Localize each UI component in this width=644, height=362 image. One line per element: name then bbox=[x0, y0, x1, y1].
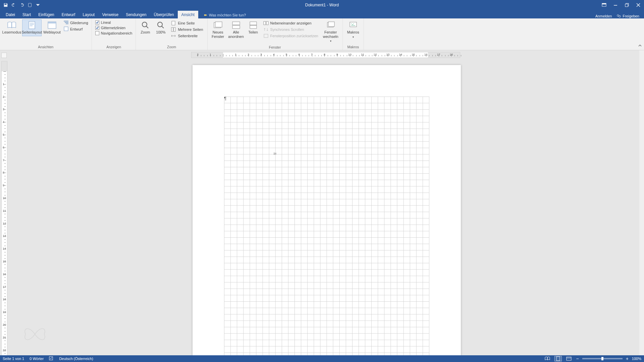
title-bar: Dokument1 - Word bbox=[0, 0, 644, 10]
magnifier-icon bbox=[140, 21, 151, 29]
web-layout-button[interactable]: Weblayout bbox=[42, 19, 62, 36]
group-macros: Makros▾ Makros bbox=[343, 18, 364, 50]
gridlines-checkbox[interactable]: Gitternetzlinien bbox=[95, 26, 132, 30]
svg-point-19 bbox=[142, 22, 147, 27]
svg-rect-14 bbox=[48, 22, 56, 23]
multi-page-button[interactable]: Mehrere Seiten bbox=[170, 27, 204, 32]
svg-point-6 bbox=[204, 14, 206, 16]
group-label-zoom: Zoom bbox=[138, 44, 205, 50]
tab-mailings[interactable]: Sendungen bbox=[122, 11, 150, 18]
new-window-button[interactable]: Neues Fenster bbox=[210, 19, 226, 40]
tab-file[interactable]: Datei bbox=[2, 11, 19, 18]
share-label: Freigeben bbox=[623, 14, 639, 18]
svg-point-8 bbox=[619, 15, 621, 17]
group-label-window: Fenster bbox=[210, 45, 340, 50]
vertical-scrollbar[interactable] bbox=[639, 50, 644, 355]
draft-button[interactable]: Entwurf bbox=[64, 26, 88, 32]
arrange-all-button[interactable]: Alle anordnen bbox=[227, 19, 245, 40]
redo-button[interactable] bbox=[18, 1, 25, 9]
tab-review[interactable]: Überprüfen bbox=[150, 11, 178, 18]
multi-page-icon bbox=[171, 27, 176, 32]
navigation-pane-checkbox[interactable]: Navigationsbereich bbox=[95, 31, 132, 35]
ribbon: Lesemodus Seitenlayout Weblayout Glieder… bbox=[0, 18, 644, 50]
share-button[interactable]: Freigeben bbox=[616, 14, 639, 18]
svg-rect-18 bbox=[64, 27, 68, 31]
tab-draw[interactable]: Entwurf bbox=[58, 11, 79, 18]
svg-rect-37 bbox=[556, 357, 560, 361]
macros-button[interactable]: Makros▾ bbox=[345, 19, 362, 40]
book-icon bbox=[6, 21, 17, 29]
qat-customize-button[interactable] bbox=[34, 1, 42, 9]
tab-start[interactable]: Start bbox=[19, 11, 35, 18]
zoom-button[interactable]: Zoom bbox=[138, 19, 153, 36]
undo-button[interactable] bbox=[10, 1, 17, 9]
ruler-corner[interactable] bbox=[1, 53, 7, 58]
tell-me-placeholder: Was möchten Sie tun? bbox=[209, 13, 246, 17]
page-width-button[interactable]: Seitenbreite bbox=[170, 33, 204, 39]
web-icon bbox=[47, 21, 57, 29]
watermark-icon bbox=[21, 322, 48, 346]
side-by-side-button[interactable]: Nebeneinander anzeigen bbox=[263, 20, 319, 26]
word-count[interactable]: 0 Wörter bbox=[30, 357, 44, 361]
outline-button[interactable]: Gliederung bbox=[64, 20, 88, 25]
zoom-100-button[interactable]: 100% bbox=[153, 19, 168, 36]
group-zoom: Zoom 100% Eine Seite Mehrere Seiten Seit… bbox=[136, 18, 207, 50]
svg-rect-31 bbox=[266, 21, 268, 25]
print-layout-view-button[interactable] bbox=[554, 356, 562, 361]
one-page-button[interactable]: Eine Seite bbox=[170, 20, 204, 26]
page-icon bbox=[26, 21, 37, 29]
svg-rect-27 bbox=[232, 25, 240, 28]
sync-scroll-button[interactable]: Synchrones Scrollen bbox=[263, 27, 319, 32]
minimize-button[interactable] bbox=[610, 0, 621, 10]
tab-view[interactable]: Ansicht bbox=[178, 11, 198, 18]
svg-rect-0 bbox=[29, 3, 32, 7]
svg-rect-5 bbox=[625, 4, 628, 7]
switch-windows-button[interactable]: Fenster wechseln ▾ bbox=[321, 19, 340, 45]
restore-button[interactable] bbox=[621, 0, 633, 10]
tab-references[interactable]: Verweise bbox=[98, 11, 122, 18]
split-icon bbox=[248, 21, 259, 29]
read-mode-view-button[interactable] bbox=[544, 356, 551, 361]
zoom-in-button[interactable]: + bbox=[626, 356, 629, 361]
ribbon-display-button[interactable] bbox=[598, 0, 610, 10]
gridlines bbox=[224, 97, 429, 355]
window-title: Dokument1 - Word bbox=[305, 3, 339, 7]
svg-rect-15 bbox=[64, 21, 68, 21]
sync-scroll-icon bbox=[263, 27, 269, 32]
tab-insert[interactable]: Einfügen bbox=[35, 11, 58, 18]
signin-link[interactable]: Anmelden bbox=[595, 14, 612, 18]
draft-icon bbox=[64, 26, 68, 32]
split-button[interactable]: Teilen bbox=[246, 19, 261, 36]
tell-me-search[interactable]: Was möchten Sie tun? bbox=[202, 12, 247, 18]
reset-window-icon bbox=[263, 34, 269, 38]
language-status[interactable]: Deutsch (Österreich) bbox=[59, 357, 93, 361]
save-button[interactable] bbox=[2, 1, 9, 9]
close-button[interactable] bbox=[633, 0, 644, 10]
proofing-button[interactable] bbox=[49, 356, 54, 361]
reset-window-button[interactable]: Fensterposition zurücksetzen bbox=[263, 33, 319, 39]
ruler-checkbox[interactable]: Lineal bbox=[95, 20, 132, 24]
svg-rect-23 bbox=[174, 27, 175, 32]
page[interactable]: ¶ Ꭵ≡ bbox=[193, 65, 461, 355]
group-label-macros: Makros bbox=[345, 44, 362, 50]
collapse-ribbon-button[interactable] bbox=[638, 44, 642, 49]
svg-point-7 bbox=[617, 15, 619, 16]
one-page-icon bbox=[171, 21, 176, 25]
zoom-level[interactable]: 100% bbox=[632, 357, 641, 361]
print-layout-button[interactable]: Seitenlayout bbox=[22, 19, 42, 36]
tab-layout[interactable]: Layout bbox=[79, 11, 98, 18]
read-mode-button[interactable]: Lesemodus bbox=[2, 19, 21, 36]
new-window-icon bbox=[213, 21, 223, 29]
group-label-views: Ansichten bbox=[2, 44, 90, 50]
hundred-icon bbox=[155, 21, 166, 29]
svg-rect-2 bbox=[602, 3, 606, 4]
horizontal-ruler[interactable]: 21123456789101112131415161718 bbox=[191, 52, 460, 58]
zoom-slider[interactable] bbox=[582, 358, 623, 359]
touch-mode-button[interactable] bbox=[26, 1, 34, 9]
svg-rect-26 bbox=[232, 22, 240, 25]
svg-rect-32 bbox=[264, 34, 268, 38]
zoom-out-button[interactable]: − bbox=[576, 356, 579, 361]
web-layout-view-button[interactable] bbox=[565, 356, 573, 361]
vertical-ruler[interactable]: 12345678910111213141516171819202122 bbox=[1, 61, 7, 357]
page-status[interactable]: Seite 1 von 1 bbox=[3, 357, 24, 361]
